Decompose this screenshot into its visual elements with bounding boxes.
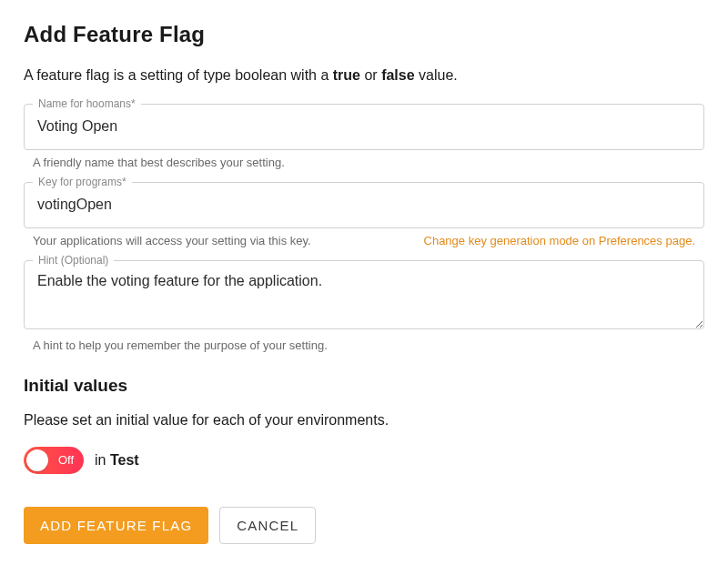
cancel-button[interactable]: Cancel	[219, 507, 316, 544]
page-title: Add Feature Flag	[24, 22, 704, 47]
hint-field-group: Hint (Optional)	[24, 260, 704, 333]
env-toggle-row: Off in Test	[24, 447, 704, 474]
feature-flag-description: A feature flag is a setting of type bool…	[24, 66, 704, 86]
key-helper-row: Your applications will access your setti…	[24, 234, 704, 247]
name-field-group: Name for hoomans*	[24, 104, 704, 150]
desc-false: false	[381, 67, 414, 83]
name-helper: A friendly name that best describes your…	[33, 156, 285, 169]
key-field-group: Key for programs*	[24, 182, 704, 228]
key-prefs-link[interactable]: Change key generation mode on Preference…	[424, 234, 695, 247]
env-name: Test	[110, 452, 139, 468]
hint-textarea[interactable]	[24, 260, 704, 329]
initial-values-desc: Please set an initial value for each of …	[24, 412, 704, 429]
hint-label: Hint (Optional)	[33, 254, 114, 267]
name-helper-row: A friendly name that best describes your…	[24, 156, 704, 169]
env-prefix: in	[95, 452, 110, 468]
env-label: in Test	[95, 452, 139, 469]
name-input[interactable]	[24, 104, 704, 150]
add-feature-flag-button[interactable]: Add Feature Flag	[24, 507, 208, 544]
key-label: Key for programs*	[33, 176, 132, 188]
hint-helper-row: A hint to help you remember the purpose …	[24, 338, 704, 352]
desc-text-1: A feature flag is a setting of type bool…	[24, 67, 333, 83]
key-helper: Your applications will access your setti…	[33, 234, 311, 247]
toggle-knob	[26, 449, 48, 471]
hint-helper: A hint to help you remember the purpose …	[33, 338, 328, 352]
env-toggle[interactable]: Off	[24, 447, 84, 474]
desc-text-3: value.	[415, 67, 458, 83]
key-input[interactable]	[24, 182, 704, 228]
desc-true: true	[333, 67, 360, 83]
desc-text-2: or	[360, 67, 381, 83]
name-label: Name for hoomans*	[33, 97, 141, 110]
button-row: Add Feature Flag Cancel	[24, 507, 704, 544]
toggle-state-label: Off	[58, 453, 74, 467]
initial-values-title: Initial values	[24, 376, 704, 396]
